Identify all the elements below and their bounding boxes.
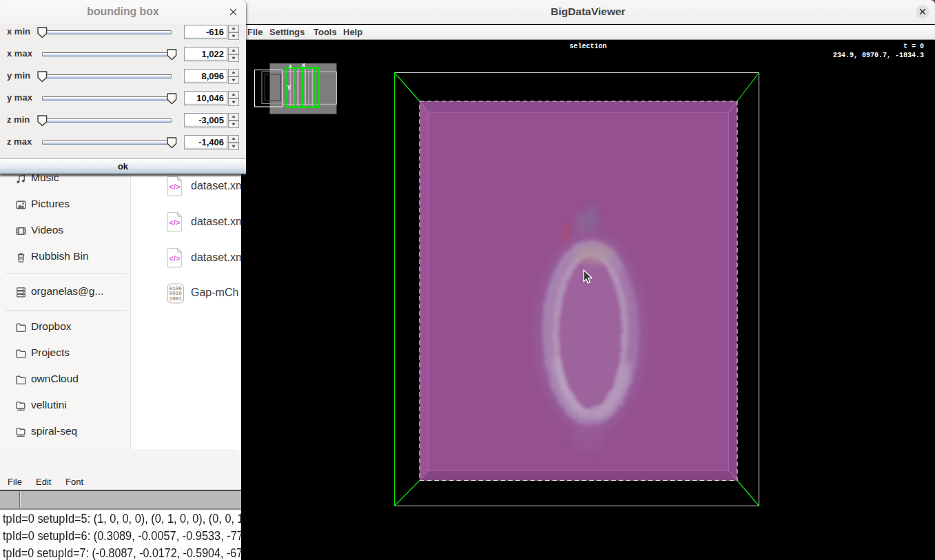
- svg-text:</>: </>: [169, 183, 180, 191]
- svg-text:</>: </>: [169, 254, 180, 262]
- svg-text:</>: </>: [169, 218, 180, 227]
- svg-text:x: x: [302, 61, 306, 68]
- svg-text:1001: 1001: [169, 296, 183, 302]
- svg-text:y: y: [287, 83, 291, 90]
- svg-text:z: z: [289, 62, 292, 70]
